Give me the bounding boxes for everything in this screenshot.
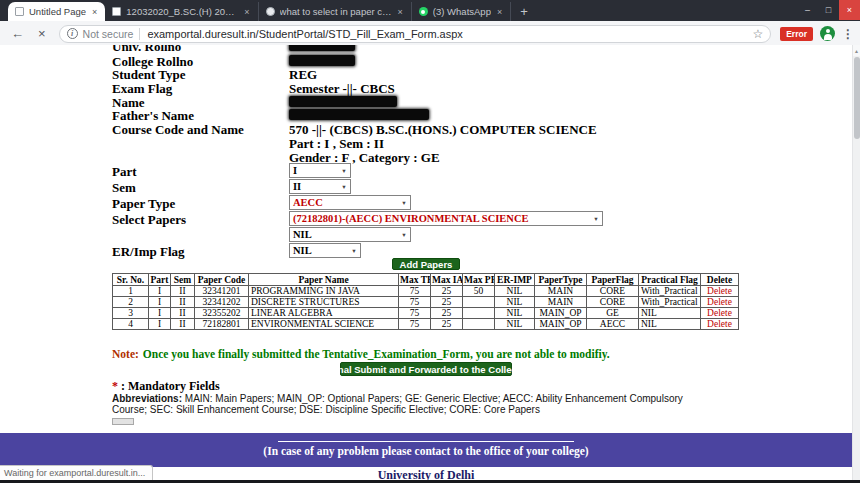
- abbreviations-line: Abbreviations: MAIN: Main Papers; MAIN_O…: [112, 393, 708, 415]
- close-button[interactable]: ×: [839, 0, 860, 20]
- select-papers-select-value: (72182801)-(AECC) ENVIRONMENTAL SCIENCE: [293, 213, 528, 224]
- browser-window: Untitled Page×12032020_B.SC.(H) 2020-SEM…: [0, 0, 860, 483]
- column-header: Paper Name: [249, 274, 399, 286]
- er-imp-select[interactable]: NIL▼: [289, 243, 361, 258]
- address-bar[interactable]: i Not secure examportal.duresult.in/Stud…: [59, 25, 772, 43]
- delete-link[interactable]: Delete: [701, 308, 739, 319]
- tab-strip: Untitled Page×12032020_B.SC.(H) 2020-SEM…: [0, 0, 860, 21]
- table-cell: GE: [587, 308, 639, 319]
- table-cell: 75: [399, 308, 431, 319]
- table-cell: 25: [431, 308, 463, 319]
- table-cell: DISCRETE STRUCTURES: [249, 297, 399, 308]
- bookmark-star-icon[interactable]: ☆: [752, 27, 763, 41]
- column-header: Max TH: [399, 274, 431, 286]
- chevron-down-icon: ▼: [339, 180, 349, 193]
- table-cell: NIL: [639, 308, 701, 319]
- omnibox-divider: [139, 28, 140, 40]
- minimize-button[interactable]: –: [797, 0, 818, 20]
- papers-table-header-row: Sr. No.PartSemPaper CodePaper NameMax TH…: [113, 274, 739, 286]
- er-imp-select-value: NIL: [293, 245, 312, 256]
- tab-close-icon[interactable]: ×: [243, 7, 250, 17]
- er-imp-field-label: ER/Imp Flag: [112, 244, 185, 260]
- column-header: Part: [149, 274, 171, 286]
- url-text[interactable]: examportal.duresult.in/StudentPortal/STD…: [147, 28, 746, 40]
- scrollbar-thumb[interactable]: [854, 57, 860, 139]
- browser-menu-icon[interactable]: ⋮: [842, 27, 854, 41]
- back-icon[interactable]: ←: [4, 26, 31, 41]
- note-line: Note:Once you have finally submitted the…: [112, 348, 610, 360]
- table-row: 2III32341202DISCRETE STRUCTURES7525 NILM…: [113, 297, 739, 308]
- column-header: PaperType: [535, 274, 587, 286]
- sem-select[interactable]: II▼: [289, 179, 351, 194]
- tab-close-icon[interactable]: ×: [397, 7, 404, 17]
- search-icon: [266, 7, 275, 16]
- table-cell: 32355202: [195, 308, 249, 319]
- tiny-placeholder-box: [112, 418, 134, 425]
- tab-close-icon[interactable]: ×: [496, 7, 503, 17]
- delete-link[interactable]: Delete: [701, 297, 739, 308]
- table-cell: [463, 319, 495, 330]
- table-cell: AECC: [587, 319, 639, 330]
- table-cell: [463, 297, 495, 308]
- table-cell: II: [171, 286, 195, 297]
- part-select[interactable]: I▼: [289, 163, 351, 178]
- sem-select-value: II: [293, 181, 301, 192]
- stop-icon[interactable]: ×: [31, 26, 53, 41]
- tab-close-icon[interactable]: ×: [91, 7, 98, 17]
- secondary-papers-select[interactable]: NIL▼: [289, 227, 411, 242]
- table-cell: ENVIRONMENTAL SCIENCE: [249, 319, 399, 330]
- select-papers-field-label: Select Papers: [112, 212, 186, 228]
- vertical-scrollbar[interactable]: ▲: [852, 45, 860, 483]
- profile-avatar[interactable]: [820, 26, 835, 41]
- page-icon: [15, 7, 24, 16]
- chevron-down-icon: ▼: [339, 164, 349, 177]
- paper-type-select-value: AECC: [293, 197, 323, 208]
- table-cell: I: [149, 297, 171, 308]
- univ-rollno-redacted-value: [289, 45, 355, 51]
- select-papers-select[interactable]: (72182801)-(AECC) ENVIRONMENTAL SCIENCE▼: [289, 211, 603, 226]
- browser-tab-page[interactable]: Untitled Page×: [8, 2, 105, 21]
- scroll-up-icon[interactable]: ▲: [853, 45, 860, 56]
- table-cell: 50: [463, 286, 495, 297]
- browser-tab-search[interactable]: what to select in paper code oc...×: [259, 2, 412, 21]
- mandatory-star: *: [112, 379, 118, 393]
- table-cell: NIL: [639, 319, 701, 330]
- browser-tab-whatsapp[interactable]: (3) WhatsApp×: [412, 2, 511, 21]
- table-cell: NIL: [495, 286, 535, 297]
- table-cell: 75: [399, 297, 431, 308]
- table-cell: LINEAR ALGEBRA: [249, 308, 399, 319]
- column-header: Max IA: [431, 274, 463, 286]
- navigation-bar: ← × i Not secure examportal.duresult.in/…: [0, 21, 860, 47]
- error-extension-badge[interactable]: Error: [780, 27, 813, 41]
- table-cell: 25: [431, 319, 463, 330]
- table-cell: I: [149, 319, 171, 330]
- column-header: Sem: [171, 274, 195, 286]
- paper-type-select[interactable]: AECC▼: [289, 195, 411, 210]
- table-cell: I: [149, 286, 171, 297]
- mandatory-text: : Mandatory Fields: [121, 379, 220, 393]
- table-cell: II: [171, 308, 195, 319]
- table-cell: II: [171, 319, 195, 330]
- delete-link[interactable]: Delete: [701, 319, 739, 330]
- window-controls: – □ ×: [797, 0, 860, 20]
- tab-label: 12032020_B.SC.(H) 2020-SEM-...: [126, 6, 238, 17]
- new-tab-button[interactable]: +: [511, 2, 537, 21]
- final-submit-button[interactable]: Final Submit and Forwarded to the Colleg…: [340, 362, 512, 376]
- column-header: Practical Flag: [639, 274, 701, 286]
- table-cell: PROGRAMMING IN JAVA: [249, 286, 399, 297]
- tab-label: what to select in paper code oc...: [280, 6, 392, 17]
- footer-band: (In case of any problem please contact t…: [0, 433, 852, 467]
- info-icon[interactable]: i: [67, 28, 78, 39]
- column-header: Paper Code: [195, 274, 249, 286]
- browser-tab-doc[interactable]: 12032020_B.SC.(H) 2020-SEM-...×: [105, 2, 258, 21]
- table-row: 4III72182801ENVIRONMENTAL SCIENCE7525 NI…: [113, 319, 739, 330]
- table-cell: NIL: [495, 297, 535, 308]
- column-header: Delete: [701, 274, 739, 286]
- papers-table-body: 1III32341201PROGRAMMING IN JAVA752550NIL…: [113, 286, 739, 330]
- maximize-button[interactable]: □: [818, 0, 839, 20]
- papers-table: Sr. No.PartSemPaper CodePaper NameMax TH…: [112, 273, 739, 330]
- delete-link[interactable]: Delete: [701, 286, 739, 297]
- table-cell: CORE: [587, 286, 639, 297]
- course-label: Course Code and Name: [112, 122, 244, 138]
- add-papers-button[interactable]: Add Papers: [392, 258, 460, 270]
